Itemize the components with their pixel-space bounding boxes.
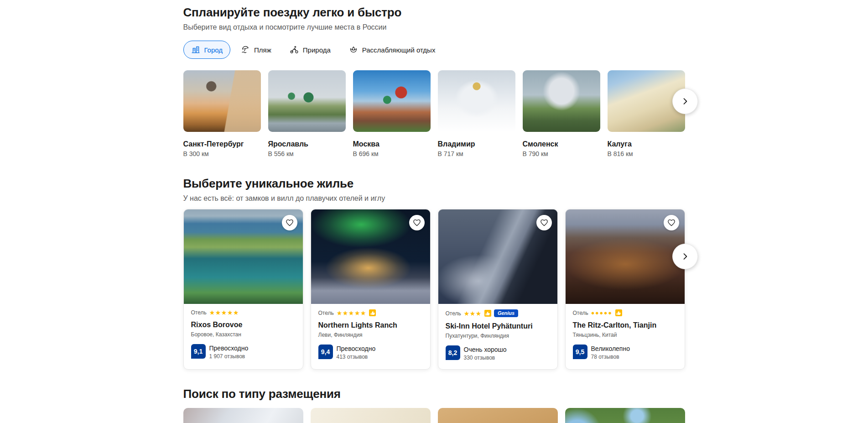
trip-type-filter-pill[interactable]: Пляж xyxy=(233,41,279,59)
property-card[interactable]: Отель ★★★★★ Northern Lights Ranch Леви, … xyxy=(311,209,431,370)
wishlist-heart-button[interactable] xyxy=(664,215,679,230)
wishlist-heart-button[interactable] xyxy=(409,215,425,230)
property-type-card[interactable] xyxy=(183,408,303,423)
city-distance: В 556 км xyxy=(268,150,346,157)
trip-type-filter-pill[interactable]: Расслабляющий отдых xyxy=(341,41,443,59)
star-rating: ●●●●● xyxy=(591,310,613,316)
property-type-card[interactable] xyxy=(438,408,558,423)
cyclist-icon xyxy=(290,45,299,54)
score-badge: 8,2 xyxy=(446,345,460,360)
score-badge: 9,5 xyxy=(573,345,587,359)
heart-icon xyxy=(667,219,676,227)
property-photo xyxy=(438,209,557,304)
thumbs-up-tile-icon xyxy=(369,309,376,316)
trip-type-filter-pill[interactable]: Город xyxy=(183,41,231,59)
property-meta-row: Отель ★★★★★ xyxy=(318,309,423,316)
heart-icon xyxy=(413,219,421,227)
property-location: Боровое, Казахстан xyxy=(191,331,296,338)
filter-label: Город xyxy=(204,46,223,54)
property-location: Тяньцзинь, Китай xyxy=(573,332,677,338)
page-content: Спланируйте поездку легко и быстро Выбер… xyxy=(183,0,685,423)
property-card-body: Отель ★★★★★ Rixos Borovoe Боровое, Казах… xyxy=(184,304,303,368)
heart-icon xyxy=(540,219,548,227)
city-photo xyxy=(353,70,431,132)
city-distance: В 717 км xyxy=(438,150,515,157)
city-card[interactable]: Калуга В 816 км xyxy=(608,70,685,157)
city-distance: В 816 км xyxy=(608,150,685,157)
section-plan-trip: Спланируйте поездку легко и быстро Выбер… xyxy=(183,5,685,157)
wishlist-heart-button[interactable] xyxy=(536,215,552,230)
property-type-label: Отель xyxy=(573,310,588,316)
property-rating-row: 9,4 Превосходно 413 отзывов xyxy=(318,345,423,360)
property-name: Rixos Borovoe xyxy=(191,320,296,329)
property-type-card[interactable] xyxy=(565,408,685,423)
city-photo xyxy=(183,70,261,132)
city-photo xyxy=(438,70,515,132)
section-title-unique-stays: Выберите уникальное жилье xyxy=(183,176,685,191)
property-type-label: Отель xyxy=(191,309,207,316)
section-title-property-type: Поиск по типу размещения xyxy=(183,386,685,402)
property-carousel: Отель ★★★★★ Rixos Borovoe Боровое, Казах… xyxy=(183,209,685,370)
property-type-label: Отель xyxy=(318,310,334,316)
trip-type-filter-pill[interactable]: Природа xyxy=(282,41,338,59)
review-count: 78 отзывов xyxy=(591,354,630,360)
thumbs-up-tile-icon xyxy=(615,309,622,316)
property-location: Пухатунтури, Финляндия xyxy=(446,333,550,339)
property-card[interactable]: Отель ★★★★★ Rixos Borovoe Боровое, Казах… xyxy=(183,209,303,370)
wishlist-heart-button[interactable] xyxy=(282,215,297,230)
property-photo xyxy=(566,209,685,304)
city-name: Ярославль xyxy=(268,140,346,148)
city-distance: В 696 км xyxy=(353,150,431,157)
property-card-body: Отель ★★★★★ Northern Lights Ranch Леви, … xyxy=(311,304,430,368)
city-carousel-next-button[interactable] xyxy=(672,89,698,114)
city-card[interactable]: Ярославль В 556 км xyxy=(268,70,346,157)
property-meta-row: Отель ●●●●● xyxy=(573,309,677,316)
property-card[interactable]: Отель ●●●●● The Ritz-Carlton, Tianjin Тя… xyxy=(565,209,685,370)
city-buildings-icon xyxy=(191,45,200,54)
score-badge: 9,4 xyxy=(318,345,333,359)
review-count: 1 907 отзывов xyxy=(209,353,249,360)
city-photo xyxy=(523,70,600,132)
trip-type-filters: Город Пляж Природа Расслабляющий отдых xyxy=(183,41,685,59)
property-location: Леви, Финляндия xyxy=(318,332,423,338)
city-card[interactable]: Москва В 696 км xyxy=(353,70,431,157)
city-distance: В 300 км xyxy=(183,150,261,157)
filter-label: Расслабляющий отдых xyxy=(362,46,436,54)
city-distance: В 790 км xyxy=(523,150,600,157)
city-card[interactable]: Владимир В 717 км xyxy=(438,70,515,157)
city-name: Москва xyxy=(353,140,431,148)
chevron-right-icon xyxy=(681,252,690,261)
genius-badge: Genius xyxy=(494,309,518,317)
property-card[interactable]: Отель ★★★ Genius Ski-Inn Hotel Pyhätuntu… xyxy=(438,209,558,370)
property-name: The Ritz-Carlton, Tianjin xyxy=(573,321,677,330)
property-photo xyxy=(184,209,303,304)
star-rating: ★★★★★ xyxy=(337,310,366,316)
property-rating-row: 8,2 Очень хорошо 330 отзывов xyxy=(446,345,550,361)
section-subtitle-unique-stays: У нас есть всё: от замков и вилл до плав… xyxy=(183,194,685,203)
rating-text: Очень хорошо 330 отзывов xyxy=(464,345,507,361)
city-card[interactable]: Санкт-Петербург В 300 км xyxy=(183,70,261,157)
city-card[interactable]: Смоленск В 790 км xyxy=(523,70,600,157)
section-title-plan-trip: Спланируйте поездку легко и быстро xyxy=(183,5,685,20)
city-name: Владимир xyxy=(438,140,515,148)
beach-umbrella-icon xyxy=(241,45,250,54)
city-name: Смоленск xyxy=(523,140,600,148)
section-subtitle-plan-trip: Выберите вид отдыха и посмотрите лучшие … xyxy=(183,23,685,31)
score-word: Превосходно xyxy=(337,345,376,352)
city-photo xyxy=(268,70,346,132)
rating-text: Великолепно 78 отзывов xyxy=(591,345,630,360)
score-word: Очень хорошо xyxy=(464,346,507,353)
property-carousel-next-button[interactable] xyxy=(672,244,698,269)
property-name: Ski-Inn Hotel Pyhätunturi xyxy=(446,322,550,331)
property-meta-row: Отель ★★★★★ xyxy=(191,309,296,316)
filter-label: Природа xyxy=(303,46,331,54)
section-property-type: Поиск по типу размещения xyxy=(183,386,685,423)
property-name: Northern Lights Ranch xyxy=(318,321,423,330)
property-type-carousel xyxy=(183,408,685,423)
chevron-right-icon xyxy=(681,97,690,106)
score-badge: 9,1 xyxy=(191,344,206,359)
section-unique-stays: Выберите уникальное жилье У нас есть всё… xyxy=(183,176,685,370)
score-word: Превосходно xyxy=(209,345,249,352)
heart-icon xyxy=(286,219,294,227)
property-type-card[interactable] xyxy=(311,408,431,423)
